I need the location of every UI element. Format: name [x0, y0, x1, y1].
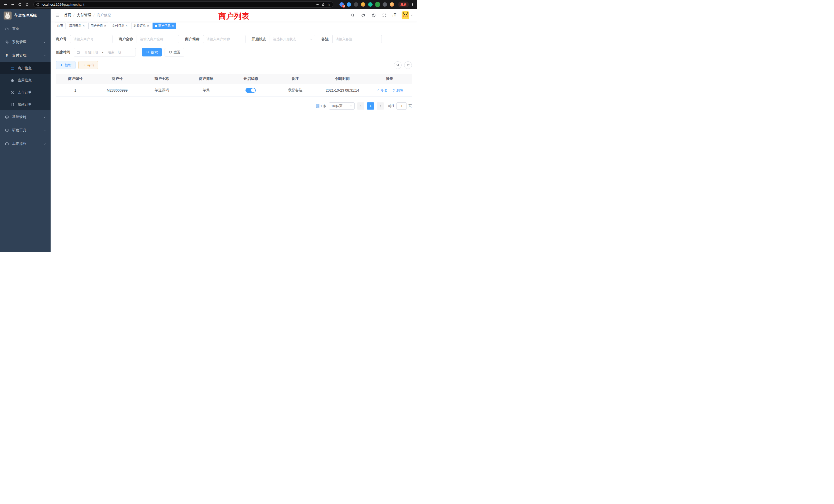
home-icon[interactable]: [24, 2, 30, 7]
tab-home[interactable]: 首页: [55, 23, 65, 29]
reset-button[interactable]: 重置: [164, 48, 184, 56]
extension-avatar-icon[interactable]: [361, 2, 366, 7]
profile-avatar-icon[interactable]: [390, 2, 394, 7]
extension-badge: 10: [342, 5, 345, 8]
plus-icon: [60, 63, 63, 67]
goto-page-input[interactable]: [396, 102, 407, 110]
delete-link[interactable]: 删除: [392, 88, 403, 93]
status-toggle[interactable]: [245, 88, 256, 93]
merchant-name-input[interactable]: [137, 35, 179, 43]
search-icon[interactable]: [350, 13, 355, 18]
browser-menu-icon[interactable]: [410, 2, 414, 7]
browser-update-button[interactable]: 更新: [398, 2, 409, 7]
extension-green-circle-icon[interactable]: [368, 2, 373, 7]
add-button[interactable]: 新增: [56, 61, 75, 69]
status-select[interactable]: 请选择开启状态: [270, 35, 315, 43]
show-search-button[interactable]: [394, 61, 401, 69]
search-icon: [396, 63, 399, 67]
breadcrumb: 首页 / 支付管理 / 商户信息: [64, 13, 111, 18]
close-icon[interactable]: ×: [83, 24, 85, 27]
cell-actions: 修改 删除: [368, 84, 412, 96]
chevron-down-icon: [43, 116, 46, 118]
sidebar-item-label: 支付管理: [12, 53, 26, 58]
credit-card-icon: [10, 66, 15, 70]
breadcrumb-payment[interactable]: 支付管理: [77, 13, 91, 18]
address-bar[interactable]: localhost:1024/pay/merchant ☆: [34, 1, 333, 8]
filter-create-time: 创建时间 -: [56, 48, 136, 56]
col-create-time: 创建时间: [317, 74, 367, 84]
breadcrumb-separator: /: [93, 13, 94, 17]
search-icon: [146, 50, 150, 54]
date-end-input[interactable]: [105, 50, 124, 54]
sidebar-item-infra[interactable]: 基础设施: [0, 110, 50, 124]
page-annotation: 商户列表: [219, 11, 249, 22]
extension-puzzle-icon[interactable]: 10: [339, 2, 344, 7]
col-short-name: 商户简称: [184, 74, 228, 84]
sidebar-item-refund-order[interactable]: 退款订单: [0, 98, 50, 110]
active-dot: [155, 25, 157, 27]
github-icon[interactable]: [360, 13, 366, 18]
table-toolbar: 新增 导出: [56, 61, 412, 69]
app-logo[interactable]: 芋道管理系统: [0, 9, 50, 22]
extension-dark-icon[interactable]: [354, 2, 358, 7]
tab-pay-order[interactable]: 支付订单×: [110, 23, 130, 29]
close-icon[interactable]: ×: [172, 24, 174, 27]
page-size-select[interactable]: 10条/页: [329, 102, 355, 110]
sidebar-toggle-icon[interactable]: [55, 12, 60, 18]
site-info-icon[interactable]: [36, 3, 40, 6]
browser-toolbar: localhost:1024/pay/merchant ☆ 10 更新: [0, 0, 417, 9]
extensions-pin-icon[interactable]: [382, 2, 387, 7]
sidebar-item-payment[interactable]: ¥ 支付管理: [0, 49, 50, 62]
briefcase-icon: [5, 142, 9, 146]
filter-label: 商户简称: [185, 37, 199, 42]
merchant-no-input[interactable]: [70, 35, 112, 43]
tab-merchant-info[interactable]: 商户信息×: [153, 23, 176, 29]
next-page-button[interactable]: [377, 102, 384, 110]
back-icon[interactable]: [3, 2, 8, 7]
date-start-input[interactable]: [82, 50, 101, 54]
prev-page-button[interactable]: [357, 102, 364, 110]
reload-icon[interactable]: [17, 2, 23, 7]
filter-merchant-no: 商户号: [56, 35, 112, 43]
filter-actions: 搜索 重置: [142, 48, 184, 56]
remark-input[interactable]: [332, 35, 382, 43]
edit-link[interactable]: 修改: [376, 88, 387, 93]
extension-icons: 10: [339, 2, 394, 7]
sidebar-item-workflow[interactable]: 工作流程: [0, 137, 50, 151]
date-range-picker[interactable]: -: [74, 48, 136, 56]
tab-user-group[interactable]: 用户分组×: [88, 23, 109, 29]
refresh-table-button[interactable]: [404, 61, 412, 69]
tab-refund-order[interactable]: 退款订单×: [131, 23, 152, 29]
monitor-icon: [5, 115, 9, 119]
sidebar-item-system[interactable]: 系统管理: [0, 36, 50, 49]
tab-process-form[interactable]: 流程表单×: [67, 23, 87, 29]
user-menu[interactable]: [401, 11, 413, 19]
sidebar-item-pay-order[interactable]: 支付订单: [0, 86, 50, 98]
fullscreen-icon[interactable]: [381, 13, 387, 18]
password-key-icon[interactable]: [316, 3, 320, 6]
page-number-1[interactable]: 1: [367, 102, 374, 110]
filter-label: 创建时间: [56, 50, 70, 55]
sidebar-item-app-info[interactable]: 应用信息: [0, 74, 50, 86]
share-icon[interactable]: [322, 3, 325, 6]
extension-green-square-icon[interactable]: [375, 2, 380, 7]
forward-icon[interactable]: [10, 2, 16, 7]
search-button[interactable]: 搜索: [142, 48, 162, 56]
export-button[interactable]: 导出: [78, 61, 98, 69]
sidebar-item-devtools[interactable]: 研发工具: [0, 124, 50, 137]
yen-icon: ¥: [5, 53, 9, 58]
close-icon[interactable]: ×: [104, 24, 106, 27]
help-icon[interactable]: [371, 13, 376, 18]
main-area: 首页 / 支付管理 / 商户信息 商户列表: [50, 9, 417, 252]
bookmark-star-icon[interactable]: ☆: [327, 2, 330, 6]
merchant-short-input[interactable]: [203, 35, 245, 43]
breadcrumb-home[interactable]: 首页: [64, 13, 71, 18]
calendar-icon: [76, 50, 80, 54]
filter-remark: 备注: [322, 35, 382, 43]
font-size-icon[interactable]: TT: [392, 13, 396, 17]
close-icon[interactable]: ×: [147, 24, 149, 27]
close-icon[interactable]: ×: [126, 24, 128, 27]
extension-drop-icon[interactable]: [347, 2, 351, 7]
sidebar-item-merchant-info[interactable]: 商户信息: [0, 62, 50, 74]
sidebar-item-home[interactable]: 首页: [0, 22, 50, 36]
